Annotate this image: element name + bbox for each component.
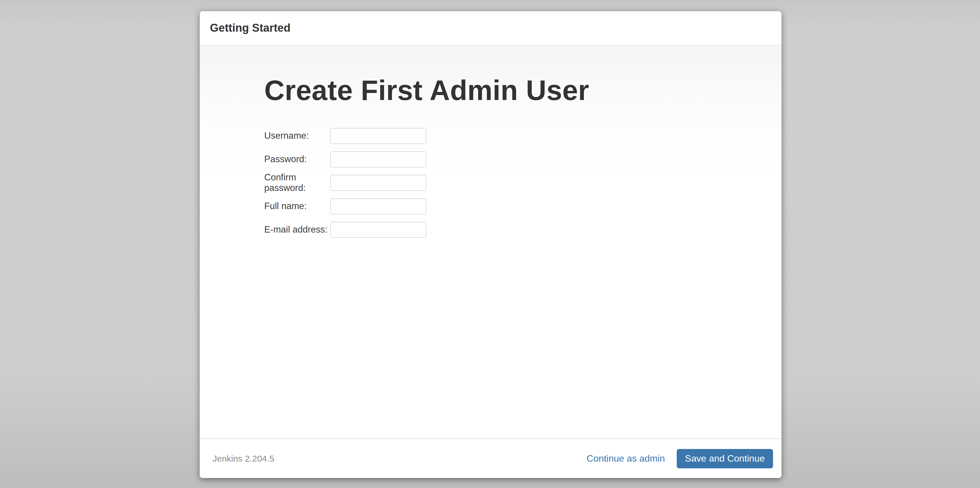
form-row-full-name: Full name:	[264, 198, 764, 214]
dialog-header-title: Getting Started	[210, 22, 290, 34]
dialog-header: Getting Started	[200, 11, 781, 46]
footer-actions: Continue as admin Save and Continue	[587, 449, 773, 468]
save-and-continue-button[interactable]: Save and Continue	[677, 449, 773, 468]
full-name-input[interactable]	[330, 198, 426, 214]
username-input[interactable]	[330, 128, 426, 144]
dialog-footer: Jenkins 2.204.5 Continue as admin Save a…	[200, 439, 781, 478]
confirm-password-label: Confirm password:	[264, 172, 330, 193]
continue-as-admin-link[interactable]: Continue as admin	[587, 453, 665, 464]
email-address-label: E-mail address:	[264, 224, 330, 235]
password-input[interactable]	[330, 151, 426, 168]
email-address-input[interactable]	[330, 222, 426, 238]
form-row-email-address: E-mail address:	[264, 222, 764, 238]
dialog-body: Create First Admin User Username: Passwo…	[200, 46, 781, 439]
page-title: Create First Admin User	[264, 75, 764, 106]
getting-started-dialog: Getting Started Create First Admin User …	[200, 11, 781, 478]
confirm-password-input[interactable]	[330, 175, 426, 191]
password-label: Password:	[264, 154, 330, 165]
form-row-confirm-password: Confirm password:	[264, 175, 764, 191]
create-admin-user-form: Username: Password: Confirm password: Fu…	[264, 128, 764, 238]
form-row-password: Password:	[264, 151, 764, 168]
full-name-label: Full name:	[264, 201, 330, 211]
username-label: Username:	[264, 130, 330, 141]
form-row-username: Username:	[264, 128, 764, 144]
jenkins-version-text: Jenkins 2.204.5	[213, 454, 274, 464]
